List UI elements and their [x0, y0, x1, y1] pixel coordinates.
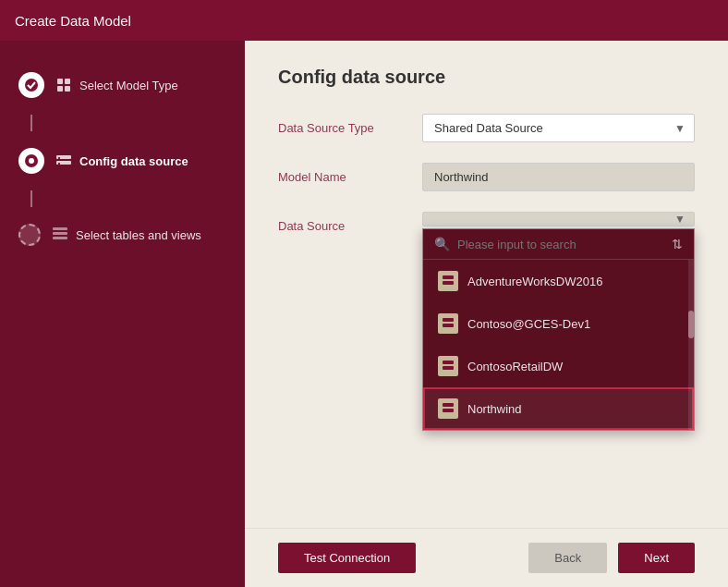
data-source-type-select[interactable]: Shared Data Source: [422, 114, 695, 142]
scrollbar-thumb[interactable]: [688, 311, 694, 338]
svg-rect-20: [443, 403, 454, 407]
model-name-row: Model Name: [278, 163, 695, 191]
title-bar: Create Data Model: [0, 0, 728, 41]
dropdown-item-label: ContosoRetailDW: [467, 360, 563, 373]
sidebar-item-label-3: Select tables and views: [76, 228, 201, 242]
model-name-control: [422, 163, 695, 191]
data-source-type-row: Data Source Type Shared Data Source ▼: [278, 114, 695, 142]
svg-rect-2: [65, 79, 70, 84]
test-connection-button[interactable]: Test Connection: [278, 543, 416, 573]
step-icon-completed: [18, 72, 44, 98]
model-type-icon: [55, 77, 72, 93]
data-source-label: Data Source: [278, 212, 407, 233]
data-source-type-label: Data Source Type: [278, 114, 407, 135]
svg-rect-11: [53, 227, 67, 230]
dropdown-item-label: Contoso@GCES-Dev1: [467, 317, 590, 331]
dropdown-items-list: AdventureWorksDW2016 Contoso@GCES-Dev1: [423, 260, 694, 430]
dropdown-item-adventureworks[interactable]: AdventureWorksDW2016: [423, 260, 694, 302]
svg-rect-10: [58, 163, 60, 165]
svg-rect-13: [53, 237, 67, 239]
svg-rect-17: [443, 324, 454, 327]
data-source-icon: [55, 153, 72, 169]
step-icon-active: [18, 148, 44, 174]
dropdown-panel: 🔍 ⇅ AdventureWorksDW2016: [422, 228, 695, 431]
footer-right: Back Next: [528, 543, 695, 573]
dropdown-item-label: Northwind: [467, 402, 522, 416]
data-source-control: ▼ 🔍 ⇅: [422, 212, 695, 431]
db-icon-contoso: [438, 313, 458, 334]
tables-icon: [52, 226, 68, 243]
svg-rect-18: [443, 361, 454, 364]
db-icon-northwind: [438, 398, 458, 419]
sidebar-item-config-data-source[interactable]: Config data source: [0, 139, 245, 183]
data-source-select-wrap: ▼: [422, 212, 695, 226]
db-icon-contosoretail: [438, 356, 458, 376]
data-source-dropdown-trigger[interactable]: [422, 212, 695, 226]
svg-rect-3: [57, 86, 63, 92]
sidebar-item-select-model-type[interactable]: Select Model Type: [0, 63, 245, 107]
dropdown-search-row: 🔍 ⇅: [423, 229, 694, 260]
footer: Test Connection Back Next: [245, 528, 728, 587]
dropdown-item-contosoretail[interactable]: ContosoRetailDW: [423, 345, 694, 387]
app-title: Create Data Model: [15, 13, 131, 29]
svg-rect-9: [58, 157, 60, 159]
data-source-type-control: Shared Data Source ▼: [422, 114, 695, 142]
scrollbar-track: [688, 260, 694, 430]
sidebar-item-label-1: Select Model Type: [79, 79, 178, 92]
page-title: Config data source: [278, 67, 695, 88]
sort-icon[interactable]: ⇅: [672, 237, 683, 251]
svg-rect-14: [443, 275, 454, 279]
svg-rect-16: [443, 318, 454, 322]
back-button[interactable]: Back: [528, 543, 607, 573]
model-name-label: Model Name: [278, 163, 407, 184]
svg-rect-4: [65, 86, 70, 92]
step-icon-pending: [18, 224, 41, 246]
svg-rect-21: [443, 409, 454, 412]
data-source-row: Data Source ▼ 🔍 ⇅: [278, 212, 695, 431]
connector-1: [30, 115, 32, 131]
svg-rect-12: [53, 232, 67, 235]
sidebar-item-select-tables-views[interactable]: Select tables and views: [0, 214, 245, 255]
sidebar-item-label-2: Config data source: [79, 154, 188, 168]
connector-2: [30, 190, 32, 207]
model-name-input[interactable]: [422, 163, 695, 191]
dropdown-item-label: AdventureWorksDW2016: [467, 275, 602, 288]
dropdown-search-input[interactable]: [457, 238, 664, 251]
svg-point-0: [25, 79, 38, 92]
content-area: Config data source Data Source Type Shar…: [245, 41, 728, 587]
dropdown-item-northwind[interactable]: Northwind: [423, 387, 694, 430]
svg-rect-1: [57, 79, 63, 84]
sidebar: Select Model Type Config data source: [0, 41, 245, 587]
next-button[interactable]: Next: [618, 543, 695, 573]
db-icon-adventureworks: [438, 271, 458, 291]
svg-rect-19: [443, 366, 454, 370]
svg-rect-15: [443, 281, 454, 285]
search-icon: 🔍: [434, 237, 450, 251]
dropdown-item-contoso[interactable]: Contoso@GCES-Dev1: [423, 302, 694, 345]
svg-point-6: [29, 158, 34, 164]
